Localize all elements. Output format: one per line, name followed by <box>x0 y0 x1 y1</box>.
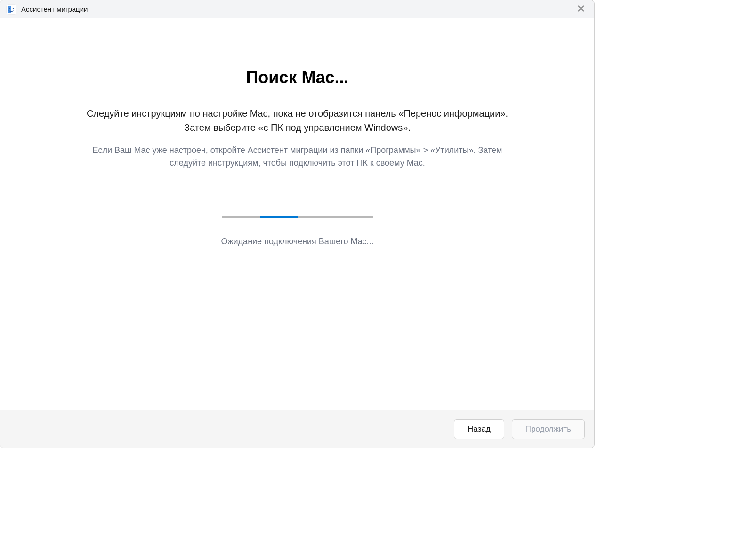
continue-button[interactable]: Продолжить <box>512 419 585 439</box>
window: Ассистент миграции Поиск Mac... Следуйте… <box>0 0 595 448</box>
content: Поиск Mac... Следуйте инструкциям по нас… <box>0 18 594 410</box>
close-icon <box>578 5 584 13</box>
app-title: Ассистент миграции <box>21 5 88 13</box>
status-text: Ожидание подключения Вашего Mac... <box>221 237 374 247</box>
close-button[interactable] <box>572 2 590 17</box>
titlebar: Ассистент миграции <box>0 0 594 18</box>
migration-assistant-icon <box>6 4 16 15</box>
progress-bar-track <box>222 216 373 218</box>
svg-point-2 <box>13 8 14 8</box>
instruction-text: Следуйте инструкциям по настройке Mac, п… <box>86 106 509 135</box>
svg-point-1 <box>9 8 10 8</box>
back-button[interactable]: Назад <box>454 419 504 439</box>
subinstruction-text: Если Ваш Mac уже настроен, откройте Асси… <box>86 144 509 169</box>
page-heading: Поиск Mac... <box>246 68 348 88</box>
footer: Назад Продолжить <box>0 410 594 448</box>
titlebar-left: Ассистент миграции <box>6 4 88 15</box>
progress-bar-fill <box>260 216 298 218</box>
